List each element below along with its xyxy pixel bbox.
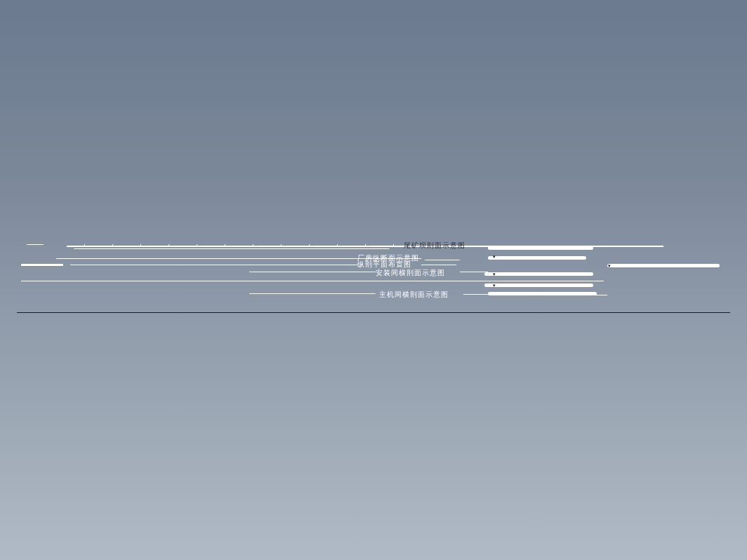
drawing-line: [249, 293, 376, 294]
section-label-1: 尾矿坝剖面示意图: [404, 241, 465, 251]
drawing-bar: [484, 272, 593, 276]
arrow-marker: ▾: [493, 272, 496, 277]
drawing-line: [21, 264, 63, 266]
cad-drawing-area: ▾ ▾ ▾ ▾ 尾矿坝剖面示意图 厂房纵断面示意图 纵剖平面布置图 安装间横剖面…: [0, 239, 747, 323]
tick-mark: [365, 244, 366, 246]
drawing-line: [249, 272, 376, 272]
tick-mark: [253, 244, 253, 246]
tick-mark: [309, 244, 310, 246]
drawing-line: [70, 265, 358, 265]
arrow-marker: ▾: [608, 263, 611, 269]
drawing-line: [27, 244, 44, 245]
drawing-bar: [488, 246, 593, 250]
arrow-marker: ▾: [493, 254, 496, 260]
section-label-4: 主机间横剖面示意图: [379, 290, 449, 300]
section-label-3: 安装间横剖面示意图: [376, 268, 445, 278]
drawing-line: [425, 260, 460, 260]
drawing-line: [21, 281, 604, 281]
drawing-line: [460, 272, 488, 272]
drawing-bar: [484, 284, 593, 287]
drawing-bar: [607, 264, 720, 267]
drawing-line: [74, 248, 390, 249]
drawing-line: [421, 265, 456, 265]
drawing-bar: [488, 256, 586, 260]
baseline: [17, 312, 730, 313]
tick-mark: [337, 244, 338, 246]
tick-mark: [197, 244, 197, 246]
arrow-marker: ▾: [493, 283, 496, 288]
tick-mark: [393, 244, 394, 246]
drawing-bar: [488, 292, 597, 295]
tick-mark: [225, 244, 225, 246]
drawing-line: [463, 294, 491, 295]
tick-mark: [112, 244, 113, 246]
tick-mark: [140, 244, 141, 246]
tick-mark: [84, 244, 85, 246]
tick-mark: [281, 244, 282, 246]
tick-mark: [168, 244, 169, 246]
